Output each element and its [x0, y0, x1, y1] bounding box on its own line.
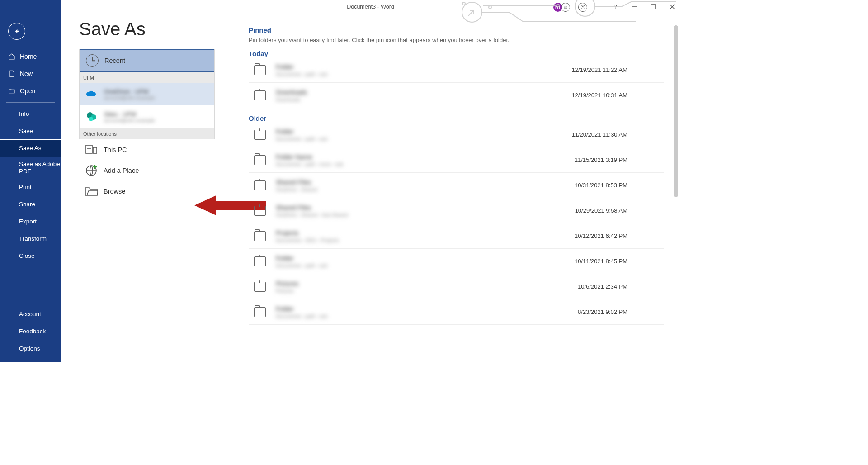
- sidebar-separator: [6, 303, 55, 303]
- folder-row[interactable]: FolderDocuments › path › sub10/11/2021 8…: [249, 249, 664, 274]
- nav-options[interactable]: Options: [0, 340, 61, 357]
- svg-rect-12: [86, 145, 92, 153]
- folder-row[interactable]: Folder NameDocuments › path › more › sub…: [249, 147, 664, 173]
- home-icon: [8, 53, 15, 60]
- locations-list: Recent UFM OneDrive - UFM account@ufm.ex…: [79, 49, 215, 139]
- location-recent[interactable]: Recent: [80, 49, 214, 72]
- window-controls: ?: [611, 0, 676, 14]
- folder-row[interactable]: Shared FilesOneDrive › Shared › Sub Shar…: [249, 198, 664, 223]
- nav-feedback[interactable]: Feedback: [0, 323, 61, 340]
- nav-info[interactable]: Info: [0, 105, 61, 123]
- nav-print[interactable]: Print: [0, 179, 61, 196]
- recent-files-panel: Pinned Pin folders you want to easily fi…: [235, 19, 680, 362]
- folder-date: 8/23/2021 9:02 PM: [578, 308, 627, 315]
- nav-save-as[interactable]: Save As: [0, 140, 61, 157]
- frown-icon[interactable]: ☹: [578, 3, 587, 12]
- location-recent-label: Recent: [104, 57, 125, 64]
- nav-transform[interactable]: Transform: [0, 230, 61, 247]
- section-today-title: Today: [249, 50, 664, 57]
- folder-path: Documents › path › sub: [276, 136, 571, 142]
- folder-name: Shared Files: [276, 204, 575, 211]
- folder-icon: [254, 65, 266, 75]
- folder-name: Folder: [276, 128, 571, 135]
- svg-rect-13: [93, 147, 97, 153]
- nav-open[interactable]: Open: [0, 82, 61, 100]
- location-this-pc[interactable]: This PC: [79, 139, 235, 160]
- folder-name: Projects: [276, 229, 575, 237]
- pc-icon: [85, 143, 98, 157]
- location-add-place-label: Add a Place: [104, 167, 139, 174]
- folder-icon: [254, 130, 266, 140]
- folder-icon: [254, 180, 266, 190]
- section-header-ufm: UFM: [80, 72, 214, 83]
- folder-name: Folder Name: [276, 153, 575, 161]
- folder-path: OneDrive › Shared › Sub Shared: [276, 212, 575, 218]
- folder-row[interactable]: PicturesPictures10/6/2021 2:34 PM: [249, 274, 664, 299]
- nav-close[interactable]: Close: [0, 247, 61, 265]
- folder-name: Downloads: [276, 89, 571, 96]
- folder-open-icon: [8, 87, 15, 95]
- folder-row[interactable]: FolderDocuments › path › sub12/19/2021 1…: [249, 57, 664, 83]
- location-sites-name: Sites - UFM: [104, 111, 155, 118]
- nav-save-pdf[interactable]: Save as Adobe PDF: [0, 157, 61, 179]
- page-title: Save As: [79, 19, 235, 39]
- folder-icon: [254, 231, 266, 241]
- folder-icon: [254, 155, 266, 165]
- nav-save[interactable]: Save: [0, 123, 61, 140]
- close-button[interactable]: [668, 3, 676, 11]
- nav-home[interactable]: Home: [0, 48, 61, 65]
- folder-icon: [254, 256, 266, 266]
- add-place-icon: [85, 164, 98, 177]
- document-icon: [8, 70, 15, 77]
- folder-row[interactable]: Shared FilesOneDrive › Shared10/31/2021 …: [249, 173, 664, 198]
- location-add-place[interactable]: Add a Place: [79, 160, 235, 181]
- nav-home-label: Home: [20, 53, 37, 60]
- folder-name: Folder: [276, 305, 578, 313]
- folder-path: Documents › path › sub: [276, 71, 571, 77]
- smile-icon[interactable]: ☺: [561, 3, 570, 12]
- folder-path: Documents › path › sub: [276, 313, 578, 319]
- maximize-button[interactable]: [649, 3, 657, 11]
- folder-date: 10/29/2021 9:58 AM: [575, 207, 627, 214]
- folder-row[interactable]: ProjectsDocuments › 2021 › Projects10/12…: [249, 223, 664, 249]
- nav-export[interactable]: Export: [0, 213, 61, 230]
- feedback-buttons: ☺ ☹: [561, 3, 587, 12]
- section-header-other: Other locations: [80, 128, 214, 139]
- nav-account[interactable]: Account: [0, 306, 61, 323]
- minimize-button[interactable]: [630, 3, 638, 11]
- back-button[interactable]: [8, 23, 25, 40]
- scrollbar[interactable]: [674, 25, 678, 197]
- help-button[interactable]: ?: [611, 3, 619, 11]
- folder-date: 12/19/2021 10:31 AM: [571, 92, 627, 99]
- nav-open-label: Open: [20, 87, 35, 95]
- content-area: Document3 - Word NT ☺ ☹ ?: [61, 0, 680, 362]
- today-list: FolderDocuments › path › sub12/19/2021 1…: [249, 57, 664, 108]
- sharepoint-icon: [85, 110, 99, 123]
- section-pinned-title: Pinned: [249, 26, 664, 34]
- folder-row[interactable]: FolderDocuments › path › sub11/20/2021 1…: [249, 122, 664, 147]
- nav-share[interactable]: Share: [0, 196, 61, 213]
- clock-icon: [85, 54, 99, 67]
- folder-path: OneDrive › Shared: [276, 187, 575, 192]
- svg-point-11: [89, 117, 93, 121]
- location-browse-label: Browse: [104, 188, 125, 195]
- location-browse[interactable]: Browse: [79, 181, 235, 202]
- title-bar: Document3 - Word NT ☺ ☹ ?: [61, 0, 680, 14]
- folder-path: Documents › path › more › sub: [276, 161, 575, 167]
- folder-name: Shared Files: [276, 179, 575, 186]
- location-this-pc-label: This PC: [104, 146, 127, 153]
- location-onedrive[interactable]: OneDrive - UFM account@ufm.example: [80, 83, 214, 105]
- browse-folder-icon: [85, 185, 98, 198]
- folder-date: 10/6/2021 2:34 PM: [578, 283, 627, 290]
- location-onedrive-sub: account@ufm.example: [104, 95, 155, 100]
- folder-row[interactable]: DownloadsDownloads12/19/2021 10:31 AM: [249, 83, 664, 108]
- folder-path: Documents › path › sub: [276, 263, 575, 268]
- folder-name: Folder: [276, 63, 571, 71]
- folder-row[interactable]: FolderDocuments › path › sub8/23/2021 9:…: [249, 299, 664, 325]
- app-root: Home New Open Info Save Save As Save as …: [0, 0, 680, 362]
- location-sites[interactable]: Sites - UFM account@ufm.example: [80, 105, 214, 128]
- section-pinned-hint: Pin folders you want to easily find late…: [249, 37, 664, 43]
- folder-path: Pictures: [276, 288, 578, 294]
- section-older-title: Older: [249, 114, 664, 122]
- nav-new[interactable]: New: [0, 65, 61, 82]
